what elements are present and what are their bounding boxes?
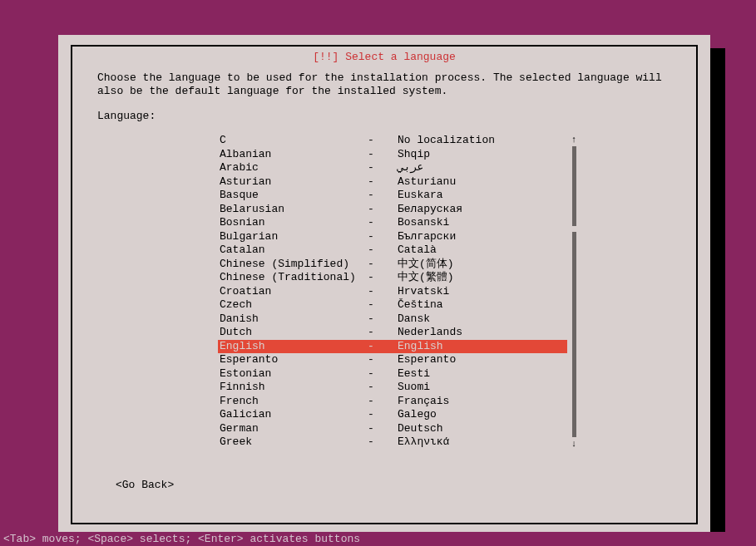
language-option[interactable]: Arabic-عربي [218, 161, 567, 175]
language-native: 中文(简体) [398, 258, 567, 272]
language-option[interactable]: Bulgarian-Български [218, 230, 567, 244]
language-option[interactable]: Asturian-Asturianu [218, 175, 567, 189]
language-name: Arabic [218, 161, 368, 175]
language-native: Беларуская [398, 203, 567, 217]
language-name: Chinese (Traditional) [218, 271, 368, 285]
language-option[interactable]: Czech-Čeština [218, 298, 567, 312]
language-option[interactable]: Greek-Ελληνικά [218, 435, 567, 450]
language-native: No localization [398, 134, 567, 148]
separator: - [368, 340, 398, 354]
language-native: Asturianu [398, 175, 567, 189]
language-option[interactable]: Chinese (Simplified)-中文(简体) [218, 258, 567, 272]
language-option[interactable]: C-No localization [218, 134, 567, 148]
instruction-text: Choose the language to be used for the i… [97, 71, 671, 97]
language-native: Suomi [398, 381, 567, 395]
language-option[interactable]: Danish-Dansk [218, 312, 567, 327]
separator: - [368, 148, 398, 162]
separator: - [368, 189, 398, 203]
dialog-border: [!!] Select a language Choose the langua… [71, 45, 698, 524]
language-native: Nederlands [398, 326, 567, 340]
language-list[interactable]: C-No localizationAlbanian-ShqipArabic-عر… [218, 134, 567, 450]
separator: - [368, 326, 398, 340]
language-native: Български [398, 230, 567, 244]
go-back-button[interactable]: <Go Back> [116, 479, 174, 491]
scrollbar-track[interactable] [572, 146, 576, 437]
language-native: Galego [398, 408, 567, 422]
separator: - [368, 161, 398, 175]
language-name: Esperanto [218, 353, 368, 367]
language-name: Asturian [218, 175, 368, 189]
language-name: Bulgarian [218, 230, 368, 244]
separator: - [368, 408, 398, 422]
help-bar: <Tab> moves; <Space> selects; <Enter> ac… [0, 532, 756, 546]
language-native: Français [398, 395, 567, 409]
instruction-line: also be the default language for the ins… [97, 85, 671, 98]
scroll-up-icon[interactable]: ↑ [571, 134, 577, 145]
separator: - [368, 271, 398, 285]
language-name: Finnish [218, 381, 368, 395]
separator: - [368, 298, 398, 312]
language-name: Galician [218, 408, 368, 422]
instruction-line: Choose the language to be used for the i… [97, 71, 671, 85]
separator: - [368, 312, 398, 327]
language-name: Albanian [218, 148, 368, 162]
language-name: English [218, 340, 368, 354]
separator: - [368, 203, 398, 217]
language-native: Català [398, 243, 567, 258]
scrollbar-thumb[interactable] [572, 226, 576, 232]
language-name: Danish [218, 312, 368, 327]
language-name: Czech [218, 298, 368, 312]
language-native: Ελληνικά [398, 435, 567, 450]
language-name: German [218, 422, 368, 436]
separator: - [368, 243, 398, 258]
language-option[interactable]: Galician-Galego [218, 408, 567, 422]
language-option[interactable]: French-Français [218, 395, 567, 409]
separator: - [368, 395, 398, 409]
language-name: Greek [218, 435, 368, 450]
separator: - [368, 353, 398, 367]
language-option[interactable]: Croatian-Hrvatski [218, 285, 567, 299]
language-option[interactable]: Esperanto-Esperanto [218, 353, 567, 367]
language-name: Basque [218, 189, 368, 203]
dialog-title: [!!] Select a language [306, 51, 462, 63]
language-name: Catalan [218, 243, 368, 258]
language-option[interactable]: Dutch-Nederlands [218, 326, 567, 340]
language-native: عربي [398, 161, 567, 175]
language-option[interactable]: Basque-Euskara [218, 189, 567, 203]
language-option[interactable]: German-Deutsch [218, 422, 567, 436]
language-native: Eesti [398, 367, 567, 381]
scroll-down-icon[interactable]: ↓ [571, 438, 577, 450]
language-name: Dutch [218, 326, 368, 340]
separator: - [368, 230, 398, 244]
language-name: Belarusian [218, 203, 368, 217]
separator: - [368, 216, 398, 230]
separator: - [368, 422, 398, 436]
separator: - [368, 258, 398, 272]
language-option[interactable]: English-English [218, 340, 567, 354]
language-name: C [218, 134, 368, 148]
language-native: Euskara [398, 189, 567, 203]
language-option[interactable]: Estonian-Eesti [218, 367, 567, 381]
language-native: Dansk [398, 312, 567, 327]
language-option[interactable]: Finnish-Suomi [218, 381, 567, 395]
language-native: Shqip [398, 148, 567, 162]
language-native: Deutsch [398, 422, 567, 436]
language-option[interactable]: Chinese (Traditional)-中文(繁體) [218, 271, 567, 285]
language-name: Croatian [218, 285, 368, 299]
separator: - [368, 381, 398, 395]
separator: - [368, 134, 398, 148]
dialog-box: [!!] Select a language Choose the langua… [58, 35, 710, 534]
language-name: Bosnian [218, 216, 368, 230]
separator: - [368, 175, 398, 189]
language-option[interactable]: Catalan-Català [218, 243, 567, 258]
scrollbar[interactable]: ↑ ↓ [571, 134, 577, 450]
separator: - [368, 435, 398, 450]
language-option[interactable]: Bosnian-Bosanski [218, 216, 567, 230]
language-native: English [398, 340, 567, 354]
language-option[interactable]: Albanian-Shqip [218, 148, 567, 162]
language-name: Estonian [218, 367, 368, 381]
language-option[interactable]: Belarusian-Беларуская [218, 203, 567, 217]
language-label: Language: [97, 110, 671, 122]
language-native: Esperanto [398, 353, 567, 367]
separator: - [368, 285, 398, 299]
